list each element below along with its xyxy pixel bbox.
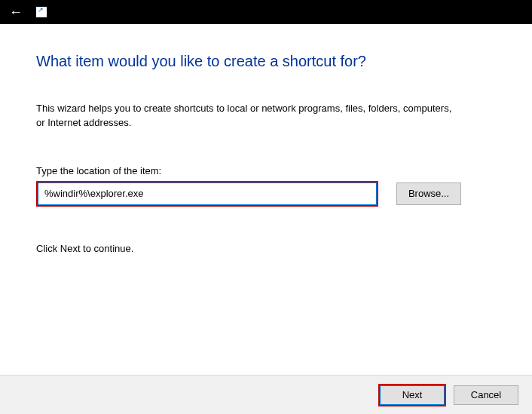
location-label: Type the location of the item: [36, 165, 496, 176]
cancel-button[interactable]: Cancel [454, 385, 518, 405]
shortcut-icon [36, 7, 47, 17]
page-heading: What item would you like to create a sho… [36, 53, 496, 70]
wizard-content: What item would you like to create a sho… [0, 24, 532, 254]
back-arrow-icon[interactable]: ← [5, 2, 27, 22]
location-row: Browse... [36, 181, 496, 207]
titlebar: ← [0, 0, 532, 24]
wizard-footer: Next Cancel [0, 375, 532, 414]
location-input-highlight [36, 181, 378, 207]
browse-button[interactable]: Browse... [396, 182, 461, 205]
continue-text: Click Next to continue. [36, 243, 496, 254]
next-button-highlight: Next [378, 384, 446, 406]
location-input[interactable] [38, 182, 377, 205]
next-button[interactable]: Next [380, 385, 445, 405]
wizard-description: This wizard helps you to create shortcut… [36, 102, 458, 130]
